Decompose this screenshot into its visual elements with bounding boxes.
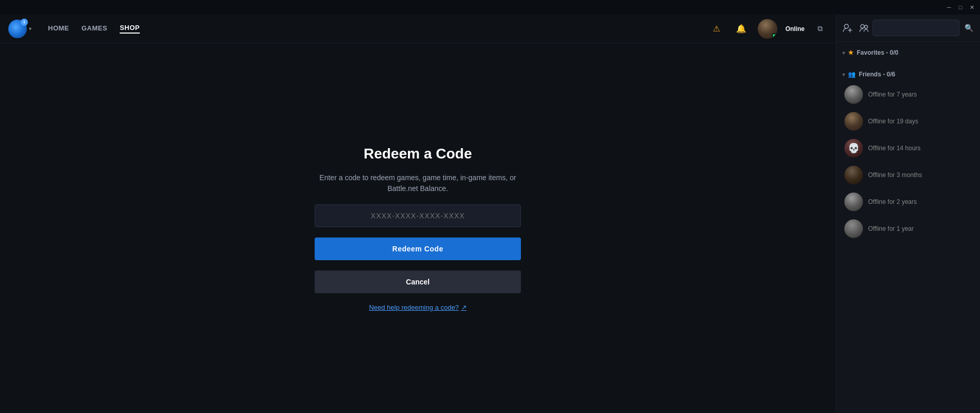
logo-icon: 1 (8, 20, 27, 38)
nav-games[interactable]: GAMES (81, 24, 107, 33)
friend-item[interactable]: Offline for 2 years (836, 188, 980, 215)
user-status-container: Online (786, 25, 805, 33)
main-content: 1 ▾ HOME GAMES SHOP ⚠ 🔔 Online ⧉ (0, 14, 836, 413)
friend-status: Offline for 1 year (868, 225, 914, 232)
friends-label: Friends - 0/6 (859, 71, 895, 78)
favorites-star-icon: ★ (848, 49, 854, 56)
friends-section: ▾ 👥 Friends - 0/6 Offline for 7 yearsOff… (836, 63, 980, 246)
nav-home[interactable]: HOME (48, 24, 69, 33)
app-body: 1 ▾ HOME GAMES SHOP ⚠ 🔔 Online ⧉ (0, 14, 980, 413)
add-friend-button[interactable] (840, 19, 855, 37)
friend-item[interactable]: Offline for 3 months (836, 162, 980, 188)
nav-shop[interactable]: SHOP (120, 24, 140, 34)
friends-chevron-icon: ▾ (842, 72, 845, 77)
friend-avatar: 💀 (844, 139, 863, 157)
nav-links: HOME GAMES SHOP (48, 24, 692, 34)
friends-group-icon: 👥 (848, 71, 856, 78)
maximize-button[interactable]: □ (956, 3, 965, 11)
logo-badge: 1 (21, 19, 28, 26)
nav-bar: 1 ▾ HOME GAMES SHOP ⚠ 🔔 Online ⧉ (0, 14, 836, 43)
redeem-button[interactable]: Redeem Code (315, 237, 521, 260)
friend-avatar (844, 166, 863, 184)
svg-point-0 (844, 24, 848, 28)
friends-header[interactable]: ▾ 👥 Friends - 0/6 (836, 68, 980, 81)
friend-item[interactable]: 💀Offline for 14 hours (836, 135, 980, 162)
friend-info: Offline for 3 months (868, 171, 922, 179)
user-avatar[interactable] (758, 19, 777, 39)
favorites-chevron-icon: ▾ (842, 50, 845, 56)
sidebar: 🔍 ▾ ★ Favorites - 0/0 ▾ 👥 Friends - 0/6 … (836, 14, 980, 413)
friend-requests-button[interactable] (857, 19, 871, 37)
friend-info: Offline for 19 days (868, 118, 918, 125)
friend-list: Offline for 7 yearsOffline for 19 days💀O… (836, 81, 980, 242)
friend-requests-icon (859, 23, 869, 33)
friend-item[interactable]: Offline for 19 days (836, 108, 980, 135)
friend-avatar (844, 219, 863, 238)
redeem-container: Redeem a Code Enter a code to redeem gam… (315, 146, 521, 311)
nav-actions: ⚠ 🔔 Online ⧉ (708, 19, 827, 39)
svg-point-3 (860, 25, 864, 28)
notification-icon-button[interactable]: 🔔 (733, 21, 749, 37)
favorites-section: ▾ ★ Favorites - 0/0 (836, 42, 980, 63)
friend-avatar (844, 112, 863, 131)
friend-item[interactable]: Offline for 1 year (836, 215, 980, 242)
help-link[interactable]: Need help redeeming a code? ↗ (369, 304, 466, 311)
code-input[interactable] (315, 204, 521, 227)
cancel-button[interactable]: Cancel (315, 271, 521, 293)
friend-status: Offline for 2 years (868, 198, 917, 205)
friend-info: Offline for 1 year (868, 225, 914, 232)
redeem-title: Redeem a Code (364, 146, 472, 162)
friend-info: Offline for 14 hours (868, 145, 921, 152)
add-friend-icon (843, 23, 852, 33)
minimize-button[interactable]: ─ (945, 3, 953, 11)
warning-icon-button[interactable]: ⚠ (708, 21, 725, 37)
svg-point-4 (864, 25, 868, 28)
favorites-label: Favorites - 0/0 (857, 49, 899, 56)
friend-item[interactable]: Offline for 7 years (836, 81, 980, 108)
friend-avatar (844, 193, 863, 211)
friend-info: Offline for 2 years (868, 198, 917, 205)
title-bar: ─ □ ✕ (0, 0, 980, 14)
logo-chevron-icon: ▾ (29, 26, 31, 31)
redeem-subtitle: Enter a code to redeem games, game time,… (315, 172, 521, 194)
friend-status: Offline for 3 months (868, 171, 922, 179)
user-status-label: Online (786, 25, 805, 33)
friend-status: Offline for 7 years (868, 91, 917, 98)
friend-status: Offline for 14 hours (868, 145, 921, 152)
help-link-external-icon: ↗ (461, 304, 467, 311)
sidebar-search-input[interactable] (873, 20, 959, 36)
sidebar-toolbar: 🔍 (836, 14, 980, 42)
help-link-text: Need help redeeming a code? (369, 304, 459, 311)
online-status-dot (772, 33, 777, 38)
logo[interactable]: 1 ▾ (8, 20, 31, 38)
friend-avatar (844, 85, 863, 104)
sidebar-search-icon-button[interactable]: 🔍 (961, 19, 976, 37)
close-button[interactable]: ✕ (968, 3, 976, 11)
friend-status: Offline for 19 days (868, 118, 918, 125)
external-link-button[interactable]: ⧉ (813, 22, 827, 36)
favorites-header[interactable]: ▾ ★ Favorites - 0/0 (836, 46, 980, 59)
friend-info: Offline for 7 years (868, 91, 917, 98)
page-content: Redeem a Code Enter a code to redeem gam… (0, 43, 836, 413)
